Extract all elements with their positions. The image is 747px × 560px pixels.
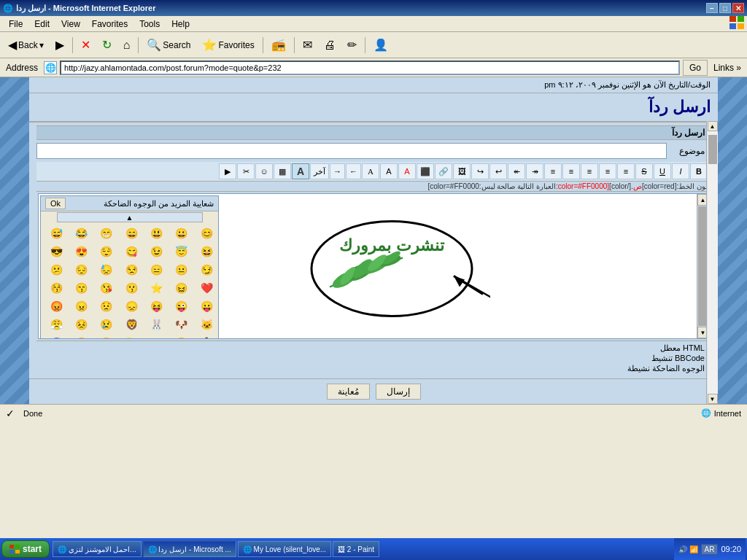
emoji-item[interactable]: 😤	[46, 316, 66, 333]
taskbar-item-3[interactable]: 🌐 My Love (silent_love...	[238, 541, 331, 557]
emoji-item[interactable]: 😏	[196, 261, 217, 279]
preview-button[interactable]: مُعاينة	[327, 384, 370, 400]
bold-button[interactable]: B	[690, 163, 708, 179]
emoji-item[interactable]: 🏃	[196, 334, 217, 339]
emoji-item[interactable]: 😒	[121, 261, 142, 279]
emoji-item[interactable]: 💫	[121, 334, 142, 339]
emoji-item[interactable]: 😟	[96, 298, 117, 315]
menu-file[interactable]: File	[3, 18, 28, 31]
emoji-item[interactable]: 😖	[171, 279, 192, 297]
emoji-item[interactable]: 😢	[96, 316, 117, 333]
emoji-item[interactable]: 😍	[71, 243, 92, 260]
list-button[interactable]: ≡	[544, 163, 562, 179]
emoji-item[interactable]: 😅	[46, 225, 66, 242]
emoji-item[interactable]: 😇	[171, 243, 192, 260]
emoji-item[interactable]: 🐰	[146, 316, 166, 333]
go-button[interactable]: Go	[683, 60, 708, 76]
close-button[interactable]: ✕	[732, 3, 744, 13]
emoji-item[interactable]: 😙	[71, 279, 92, 297]
emoji-item[interactable]: 😓	[96, 261, 117, 279]
content-scroll-down[interactable]: ▼	[708, 394, 718, 404]
emoji-item[interactable]: 😗	[121, 279, 142, 297]
content-scroll-track[interactable]	[708, 131, 718, 394]
emoji-item[interactable]: 😊	[196, 225, 217, 242]
emoji-item[interactable]: 🐱	[196, 316, 217, 333]
emoji-item[interactable]: 😞	[121, 298, 142, 315]
special-a-button[interactable]: A	[292, 163, 309, 179]
menu-tools[interactable]: Tools	[133, 18, 166, 31]
link-button[interactable]: 🔗	[435, 163, 452, 179]
emoji-item[interactable]: 😄	[121, 225, 142, 242]
emoji-item[interactable]: 😣	[71, 316, 92, 333]
media-button[interactable]: 📻	[266, 35, 291, 55]
stop-button[interactable]: ✕	[76, 35, 96, 55]
content-scroll-up[interactable]: ▲	[708, 121, 718, 131]
taskbar-item-1[interactable]: 🌐 احمل الاموشنز لتزي...	[53, 541, 142, 557]
menu-help[interactable]: Help	[166, 18, 196, 31]
menu-view[interactable]: View	[55, 18, 86, 31]
search-button[interactable]: 🔍 Search	[142, 35, 196, 55]
emoji-item[interactable]: 😉	[146, 243, 166, 260]
emoji-item[interactable]: 😀	[171, 225, 192, 242]
redo-button[interactable]: ↪	[471, 163, 489, 179]
address-input[interactable]	[60, 61, 680, 75]
favorites-button[interactable]: ⭐ Favorites	[197, 35, 259, 55]
font-button[interactable]: A	[362, 163, 379, 179]
messenger-button[interactable]: 👤	[368, 35, 393, 55]
emoji-item[interactable]: 😧	[71, 334, 92, 339]
bgcolor-button[interactable]: A	[380, 163, 398, 179]
emoji-item[interactable]: 😡	[46, 298, 66, 315]
emoji-item[interactable]: 😝	[146, 298, 166, 315]
pattern-button[interactable]: ▦	[274, 163, 291, 179]
emoji-item[interactable]: 😕	[46, 261, 66, 279]
print-button[interactable]: 🖨	[319, 35, 341, 55]
table-button[interactable]: ⬛	[417, 163, 434, 179]
undo-button[interactable]: ↩	[489, 163, 507, 179]
emoji-item[interactable]: 😃	[146, 225, 166, 242]
emoji-item[interactable]: 🦁	[121, 316, 142, 333]
menu-favorites[interactable]: Favorites	[86, 18, 133, 31]
underline-button[interactable]: U	[654, 163, 671, 179]
subject-input[interactable]	[36, 143, 667, 159]
emoji-scroll-up[interactable]: ▲	[57, 212, 203, 222]
emoji-item[interactable]: 😑	[146, 261, 166, 279]
indent-button[interactable]: ↠	[526, 163, 543, 179]
edit-button[interactable]: ✏	[342, 35, 362, 55]
emoji-item[interactable]: 😜	[171, 298, 192, 315]
refresh-button[interactable]: ↻	[97, 35, 117, 55]
emoji-item[interactable]: 😛	[196, 298, 217, 315]
language-button[interactable]: AR	[701, 544, 719, 555]
start-button[interactable]: start	[1, 540, 50, 558]
emoji-item[interactable]: ⭐	[146, 279, 166, 297]
emoji-item[interactable]: ❤️	[196, 279, 217, 297]
emoji-item[interactable]: 😠	[71, 298, 92, 315]
maximize-button[interactable]: □	[719, 3, 731, 13]
emoji-item[interactable]: 😆	[196, 243, 217, 260]
home-button[interactable]: ⌂	[118, 35, 136, 55]
emoji-item[interactable]: 😁	[96, 225, 117, 242]
taskbar-item-4[interactable]: 🖼 2 - Paint	[333, 541, 379, 557]
emoji-item[interactable]: 😥	[171, 334, 192, 339]
editor-area[interactable]: شعایية المزيد من الوجوه الضاحكة Ok ▲ 😊 😀…	[38, 193, 709, 339]
emoji-item[interactable]: 🐶	[171, 316, 192, 333]
align-left-button[interactable]: ≡	[617, 163, 635, 179]
rtl-button[interactable]: ←	[346, 163, 361, 179]
rtl-text-button[interactable]: آخر	[310, 163, 329, 179]
back-button[interactable]: ◀ Back ▾	[3, 35, 49, 55]
emoji-item[interactable]: 😂	[71, 225, 92, 242]
align-center-button[interactable]: ≡	[599, 163, 616, 179]
minimize-button[interactable]: −	[706, 3, 718, 13]
media-insert-button[interactable]: ▶	[219, 163, 236, 179]
outdent-button[interactable]: ↞	[508, 163, 525, 179]
align-right-button[interactable]: ≡	[581, 163, 598, 179]
taskbar-item-2[interactable]: 🌐 ارسل ردا - Microsoft ...	[143, 541, 236, 557]
smilies-button[interactable]: ☺	[255, 163, 273, 179]
mail-button[interactable]: ✉	[298, 35, 317, 55]
ltr-button[interactable]: →	[330, 163, 345, 179]
emoji-item[interactable]: 😚	[46, 279, 66, 297]
emoji-item[interactable]: 😌	[96, 243, 117, 260]
italic-button[interactable]: I	[672, 163, 689, 179]
emoji-item[interactable]: 😔	[71, 261, 92, 279]
emoji-item[interactable]: 💤	[146, 334, 166, 339]
links-label[interactable]: Links »	[711, 63, 744, 73]
